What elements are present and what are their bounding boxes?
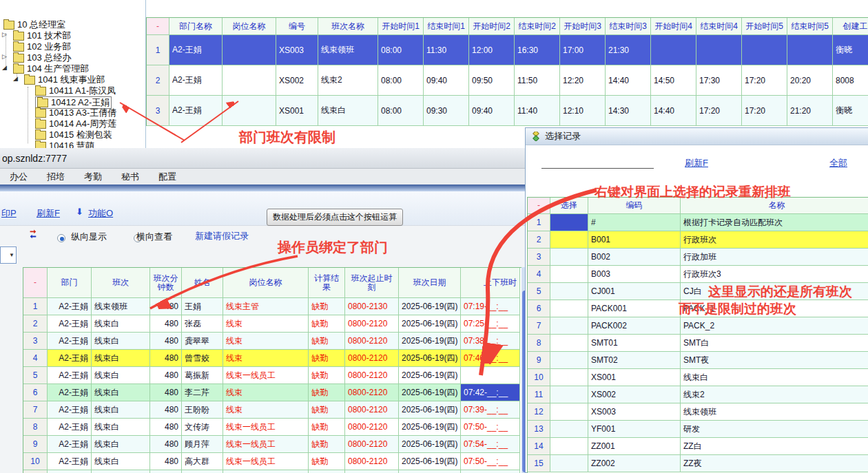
cell[interactable]: 14:50 xyxy=(651,65,696,96)
cell[interactable]: 张磊 xyxy=(182,315,223,333)
cell[interactable]: 09:40 xyxy=(469,96,515,126)
cell[interactable]: 6 xyxy=(528,300,550,317)
cell[interactable]: 21:30 xyxy=(606,35,651,65)
cell[interactable]: 480 xyxy=(150,384,182,401)
tree-item[interactable]: ▷101 技术部 xyxy=(0,30,145,41)
cell[interactable]: 线束一线员工 xyxy=(223,419,309,436)
cell[interactable]: 2 xyxy=(147,65,169,96)
cell[interactable]: 岗位名称 xyxy=(223,268,309,298)
dialog-filter-input[interactable] xyxy=(541,156,654,169)
table-row[interactable]: 2A2-王娟线束白480张磊线束缺勤0800-21202025-06-19(四)… xyxy=(23,315,522,333)
cell[interactable]: 根据打卡记录自动匹配班次 xyxy=(681,214,868,231)
cell[interactable]: 12 xyxy=(528,403,550,421)
cell[interactable]: 结束时间4 xyxy=(696,18,742,35)
cell[interactable]: 研发 xyxy=(681,421,868,438)
cell[interactable]: 07:42-__:__ xyxy=(461,384,520,401)
cell[interactable]: 0800-2120 xyxy=(345,350,399,367)
table-row[interactable]: 14ZZ001ZZ白 xyxy=(528,438,868,455)
cell[interactable]: A2-王娟 xyxy=(48,367,92,384)
cell[interactable]: 线束 xyxy=(223,350,309,367)
cell[interactable]: A2-王娟 xyxy=(48,419,92,436)
cell[interactable]: 3 xyxy=(147,96,169,126)
cell[interactable]: 17:30 xyxy=(696,65,742,96)
cell[interactable]: 班次 xyxy=(92,268,150,298)
cell[interactable]: 线束白 xyxy=(92,384,150,401)
cell[interactable]: 5 xyxy=(528,283,550,300)
cell[interactable]: SMT02 xyxy=(588,352,681,369)
cell[interactable]: # xyxy=(588,214,681,231)
cell[interactable]: A2-王娟 xyxy=(48,401,92,419)
cell[interactable]: - xyxy=(147,18,169,35)
table-row[interactable]: 4A2-王娟线束白480曾雪姣线束缺勤0800-21202025-06-19(四… xyxy=(23,350,522,367)
cell[interactable]: 王娟 xyxy=(182,298,223,315)
tree-item[interactable]: 10414 A4-周芳莲 xyxy=(0,118,145,129)
cell[interactable]: 07:50-__:__ xyxy=(461,419,520,436)
cell[interactable]: XS001 xyxy=(276,96,318,126)
cell[interactable]: 线束一线员工 xyxy=(223,453,309,470)
cell[interactable] xyxy=(550,455,588,472)
cell[interactable]: 07:54-__:__ xyxy=(461,436,520,453)
print-link[interactable]: 印P xyxy=(1,207,17,220)
cell[interactable]: ZZ白 xyxy=(681,438,868,455)
cell[interactable]: 480 xyxy=(150,298,182,315)
cell[interactable] xyxy=(461,367,520,384)
cell[interactable] xyxy=(223,65,276,96)
cell[interactable]: 1 xyxy=(23,298,48,315)
cell[interactable]: 2025-06-19(四) xyxy=(399,436,461,453)
cell[interactable]: 08:00 xyxy=(378,35,424,65)
expand-triangle-icon[interactable]: ▷ xyxy=(2,53,7,60)
cell[interactable]: 07:38-__:__ xyxy=(461,333,520,350)
cell[interactable]: 480 xyxy=(150,453,182,470)
cell[interactable] xyxy=(550,369,588,386)
cell[interactable]: - xyxy=(23,268,48,298)
vertical-display-radio[interactable] xyxy=(57,234,65,242)
cell[interactable]: 计算结果 xyxy=(309,268,345,298)
cell[interactable]: 线束白 xyxy=(92,470,150,473)
cell[interactable]: SMT01 xyxy=(588,335,681,352)
cell[interactable]: B001 xyxy=(588,231,681,249)
dialog-refresh-link[interactable]: 刷新F xyxy=(685,157,708,169)
cell[interactable]: 07:40-__:__ xyxy=(461,350,520,367)
cell[interactable]: 班次名称 xyxy=(318,18,378,35)
cell[interactable]: 2025-06-19(四) xyxy=(399,298,461,315)
cell[interactable]: 0800-2120 xyxy=(345,436,399,453)
table-row[interactable]: 9A2-王娟线束白480顾月萍线束一线员工缺勤0800-21202025-06-… xyxy=(23,436,522,453)
cell[interactable]: 线束2 xyxy=(318,65,378,96)
cell[interactable]: 龚翠翠 xyxy=(182,333,223,350)
cell[interactable]: 线束2 xyxy=(681,386,868,403)
cell[interactable]: 线束白 xyxy=(92,453,150,470)
cell[interactable]: A2-王娟 xyxy=(169,65,223,96)
cell[interactable]: 线束领班 xyxy=(318,35,378,65)
cell[interactable]: A2-王娟 xyxy=(48,315,92,333)
cell[interactable]: 12:20 xyxy=(560,65,606,96)
cell[interactable]: 0800-2120 xyxy=(345,419,399,436)
cell[interactable]: 结束时间1 xyxy=(424,18,469,35)
tree-item[interactable]: ▷103 总经办 xyxy=(0,52,145,63)
menu-item[interactable]: 办公 xyxy=(0,171,37,183)
tree-item[interactable]: 10415 检测包装 xyxy=(0,129,145,140)
cell[interactable]: 5 xyxy=(23,367,48,384)
cell[interactable]: 缺勤 xyxy=(309,470,345,473)
table-row[interactable]: 8A2-王娟线束白480文传涛线束一线员工缺勤0800-21202025-06-… xyxy=(23,419,522,436)
cell[interactable]: A2-王娟 xyxy=(169,96,223,126)
cell[interactable]: 创建工 xyxy=(833,18,868,35)
cell[interactable]: 班次分钟数 xyxy=(150,268,182,298)
cell[interactable]: 线束白 xyxy=(92,419,150,436)
cell[interactable]: 2025-06-19(四) xyxy=(399,401,461,419)
cell[interactable]: 姓名 xyxy=(182,268,223,298)
cell[interactable]: 缺勤 xyxy=(309,367,345,384)
function-link[interactable]: 功能O xyxy=(88,207,113,220)
cell[interactable]: XS002 xyxy=(276,65,318,96)
cell[interactable]: 行政班次3 xyxy=(681,266,868,283)
cell[interactable]: 岗位名称 xyxy=(223,18,276,35)
cell[interactable]: 0800-2120 xyxy=(345,470,399,473)
cell[interactable]: 线束 xyxy=(223,315,309,333)
cell[interactable]: 14 xyxy=(528,438,550,455)
swap-arrows-icon[interactable] xyxy=(30,229,41,239)
cell[interactable]: 20:20 xyxy=(787,65,833,96)
cell[interactable]: 11 xyxy=(23,470,48,473)
cell[interactable]: 17:20 xyxy=(742,65,787,96)
cell[interactable]: 结束时间3 xyxy=(606,18,651,35)
table-row[interactable]: 7PACK002PACK_2 xyxy=(528,317,868,335)
collapse-triangle-icon[interactable]: ◢ xyxy=(13,75,18,82)
